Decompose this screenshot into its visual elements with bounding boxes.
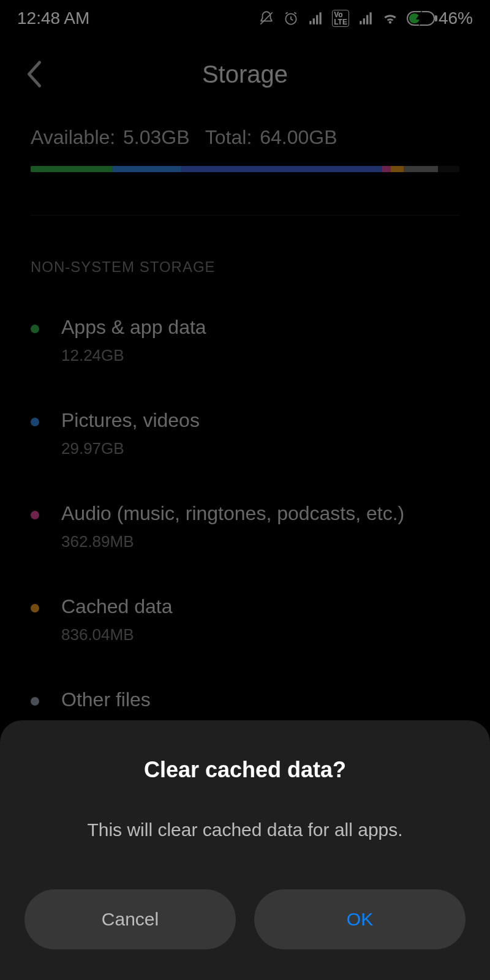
storage-bar-segment (382, 166, 391, 172)
storage-bar-segment (31, 166, 112, 172)
dialog-message: This will clear cached data for all apps… (24, 820, 466, 840)
signal-icon-2 (358, 10, 374, 26)
storage-list: Apps & app data 12.24GB Pictures, videos… (0, 294, 490, 760)
dialog-sheet: Clear cached data? This will clear cache… (0, 720, 490, 980)
wifi-icon (382, 10, 398, 26)
list-item[interactable]: Audio (music, ringtones, podcasts, etc.)… (31, 480, 459, 573)
page-title: Storage (49, 61, 441, 88)
storage-bar-segment (438, 166, 459, 172)
item-title: Apps & app data (61, 316, 459, 339)
summary-line: Available: 5.03GB Total: 64.00GB (31, 126, 459, 149)
category-dot-icon (31, 697, 39, 706)
section-label: NON-SYSTEM STORAGE (0, 216, 490, 294)
item-title: Audio (music, ringtones, podcasts, etc.) (61, 502, 459, 525)
volte-icon: VoLTE (332, 10, 349, 27)
ok-button[interactable]: OK (254, 889, 466, 949)
dialog-title: Clear cached data? (24, 757, 466, 783)
status-time: 12:48 AM (17, 9, 89, 28)
app-header: Storage (0, 34, 490, 102)
charging-icon (413, 10, 429, 26)
category-dot-icon (31, 511, 39, 519)
storage-bar (31, 166, 459, 172)
item-size: 29.97GB (61, 439, 459, 458)
storage-bar-segment (404, 166, 438, 172)
storage-summary: Available: 5.03GB Total: 64.00GB (0, 102, 490, 215)
alarm-icon (283, 10, 299, 26)
storage-bar-segment (181, 166, 382, 172)
back-button[interactable] (18, 59, 49, 89)
cancel-button[interactable]: Cancel (24, 889, 236, 949)
chevron-left-icon (25, 60, 42, 88)
dialog-actions: Cancel OK (24, 889, 466, 949)
item-title: Other files (61, 688, 459, 711)
list-item[interactable]: Pictures, videos 29.97GB (31, 387, 459, 480)
item-size: 836.04MB (61, 625, 459, 644)
item-size: 362.89MB (61, 532, 459, 551)
item-size: 12.24GB (61, 346, 459, 365)
status-icons: VoLTE 46% (258, 9, 473, 28)
category-dot-icon (31, 325, 39, 333)
list-item[interactable]: Apps & app data 12.24GB (31, 294, 459, 387)
list-item[interactable]: Cached data 836.04MB (31, 573, 459, 666)
battery-indicator: 46% (407, 9, 473, 28)
category-dot-icon (31, 604, 39, 612)
item-title: Pictures, videos (61, 409, 459, 432)
battery-percent: 46% (439, 9, 473, 28)
item-title: Cached data (61, 595, 459, 618)
status-bar: 12:48 AM VoLTE 46% (0, 0, 490, 34)
category-dot-icon (31, 418, 39, 426)
storage-bar-segment (112, 166, 181, 172)
mute-icon (258, 10, 274, 26)
signal-icon (307, 10, 323, 26)
storage-bar-segment (391, 166, 404, 172)
